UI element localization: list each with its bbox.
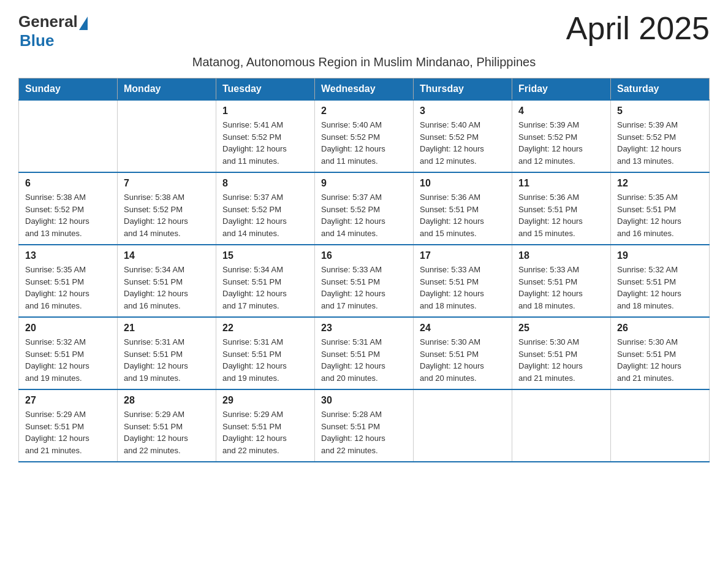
- day-number: 12: [617, 178, 703, 189]
- day-detail: Sunrise: 5:30 AM Sunset: 5:51 PM Dayligh…: [518, 336, 604, 384]
- day-detail: Sunrise: 5:34 AM Sunset: 5:51 PM Dayligh…: [222, 264, 308, 312]
- table-row: 27Sunrise: 5:29 AM Sunset: 5:51 PM Dayli…: [19, 389, 118, 462]
- table-row: 2Sunrise: 5:40 AM Sunset: 5:52 PM Daylig…: [315, 100, 414, 172]
- day-number: 6: [25, 178, 111, 189]
- day-number: 19: [617, 250, 703, 261]
- calendar-week-row: 6Sunrise: 5:38 AM Sunset: 5:52 PM Daylig…: [19, 172, 710, 245]
- table-row: 29Sunrise: 5:29 AM Sunset: 5:51 PM Dayli…: [216, 389, 315, 462]
- day-detail: Sunrise: 5:36 AM Sunset: 5:51 PM Dayligh…: [518, 191, 604, 239]
- table-row: 21Sunrise: 5:31 AM Sunset: 5:51 PM Dayli…: [118, 317, 216, 389]
- col-sunday: Sunday: [19, 79, 118, 101]
- table-row: 14Sunrise: 5:34 AM Sunset: 5:51 PM Dayli…: [118, 245, 216, 317]
- table-row: 13Sunrise: 5:35 AM Sunset: 5:51 PM Dayli…: [19, 245, 118, 317]
- calendar-week-row: 27Sunrise: 5:29 AM Sunset: 5:51 PM Dayli…: [19, 389, 710, 462]
- day-detail: Sunrise: 5:40 AM Sunset: 5:52 PM Dayligh…: [420, 119, 506, 167]
- day-number: 15: [222, 250, 308, 261]
- calendar-week-row: 13Sunrise: 5:35 AM Sunset: 5:51 PM Dayli…: [19, 245, 710, 317]
- table-row: 25Sunrise: 5:30 AM Sunset: 5:51 PM Dayli…: [512, 317, 611, 389]
- day-number: 20: [25, 323, 111, 334]
- calendar-subtitle: Matanog, Autonomous Region in Muslim Min…: [18, 55, 710, 69]
- day-number: 13: [25, 250, 111, 261]
- table-row: 15Sunrise: 5:34 AM Sunset: 5:51 PM Dayli…: [216, 245, 315, 317]
- day-detail: Sunrise: 5:38 AM Sunset: 5:52 PM Dayligh…: [25, 191, 111, 239]
- table-row: 30Sunrise: 5:28 AM Sunset: 5:51 PM Dayli…: [315, 389, 414, 462]
- day-number: 26: [617, 323, 703, 334]
- table-row: 19Sunrise: 5:32 AM Sunset: 5:51 PM Dayli…: [611, 245, 710, 317]
- day-detail: Sunrise: 5:40 AM Sunset: 5:52 PM Dayligh…: [321, 119, 407, 167]
- day-detail: Sunrise: 5:29 AM Sunset: 5:51 PM Dayligh…: [124, 408, 210, 456]
- day-number: 29: [222, 395, 308, 406]
- day-number: 10: [420, 178, 506, 189]
- day-number: 14: [124, 250, 210, 261]
- table-row: 26Sunrise: 5:30 AM Sunset: 5:51 PM Dayli…: [611, 317, 710, 389]
- day-detail: Sunrise: 5:39 AM Sunset: 5:52 PM Dayligh…: [518, 119, 604, 167]
- table-row: 8Sunrise: 5:37 AM Sunset: 5:52 PM Daylig…: [216, 172, 315, 245]
- day-number: 9: [321, 178, 407, 189]
- day-number: 27: [25, 395, 111, 406]
- table-row: 23Sunrise: 5:31 AM Sunset: 5:51 PM Dayli…: [315, 317, 414, 389]
- day-number: 8: [222, 178, 308, 189]
- day-detail: Sunrise: 5:36 AM Sunset: 5:51 PM Dayligh…: [420, 191, 506, 239]
- table-row: 28Sunrise: 5:29 AM Sunset: 5:51 PM Dayli…: [118, 389, 216, 462]
- calendar-week-row: 20Sunrise: 5:32 AM Sunset: 5:51 PM Dayli…: [19, 317, 710, 389]
- day-detail: Sunrise: 5:31 AM Sunset: 5:51 PM Dayligh…: [222, 336, 308, 384]
- table-row: 16Sunrise: 5:33 AM Sunset: 5:51 PM Dayli…: [315, 245, 414, 317]
- col-monday: Monday: [118, 79, 216, 101]
- day-detail: Sunrise: 5:35 AM Sunset: 5:51 PM Dayligh…: [617, 191, 703, 239]
- calendar-table: Sunday Monday Tuesday Wednesday Thursday…: [18, 78, 710, 462]
- col-wednesday: Wednesday: [315, 79, 414, 101]
- day-number: 4: [518, 105, 604, 117]
- day-detail: Sunrise: 5:29 AM Sunset: 5:51 PM Dayligh…: [25, 408, 111, 456]
- table-row: [19, 100, 118, 172]
- page-header: General Blue April 2025: [18, 12, 710, 50]
- day-number: 18: [518, 250, 604, 261]
- table-row: 24Sunrise: 5:30 AM Sunset: 5:51 PM Dayli…: [414, 317, 512, 389]
- day-detail: Sunrise: 5:34 AM Sunset: 5:51 PM Dayligh…: [124, 264, 210, 312]
- day-number: 5: [617, 105, 703, 117]
- table-row: [611, 389, 710, 462]
- day-detail: Sunrise: 5:31 AM Sunset: 5:51 PM Dayligh…: [124, 336, 210, 384]
- table-row: 3Sunrise: 5:40 AM Sunset: 5:52 PM Daylig…: [414, 100, 512, 172]
- logo-triangle-icon: [79, 17, 88, 30]
- col-thursday: Thursday: [414, 79, 512, 101]
- table-row: 18Sunrise: 5:33 AM Sunset: 5:51 PM Dayli…: [512, 245, 611, 317]
- table-row: [512, 389, 611, 462]
- day-number: 24: [420, 323, 506, 334]
- table-row: 17Sunrise: 5:33 AM Sunset: 5:51 PM Dayli…: [414, 245, 512, 317]
- table-row: 9Sunrise: 5:37 AM Sunset: 5:52 PM Daylig…: [315, 172, 414, 245]
- table-row: [414, 389, 512, 462]
- calendar-header-row: Sunday Monday Tuesday Wednesday Thursday…: [19, 79, 710, 101]
- day-number: 22: [222, 323, 308, 334]
- day-number: 25: [518, 323, 604, 334]
- table-row: 12Sunrise: 5:35 AM Sunset: 5:51 PM Dayli…: [611, 172, 710, 245]
- logo: General Blue: [18, 12, 88, 50]
- table-row: 22Sunrise: 5:31 AM Sunset: 5:51 PM Dayli…: [216, 317, 315, 389]
- table-row: 4Sunrise: 5:39 AM Sunset: 5:52 PM Daylig…: [512, 100, 611, 172]
- day-detail: Sunrise: 5:30 AM Sunset: 5:51 PM Dayligh…: [617, 336, 703, 384]
- day-number: 11: [518, 178, 604, 189]
- day-detail: Sunrise: 5:33 AM Sunset: 5:51 PM Dayligh…: [420, 264, 506, 312]
- day-detail: Sunrise: 5:41 AM Sunset: 5:52 PM Dayligh…: [222, 119, 308, 167]
- day-detail: Sunrise: 5:35 AM Sunset: 5:51 PM Dayligh…: [25, 264, 111, 312]
- day-detail: Sunrise: 5:29 AM Sunset: 5:51 PM Dayligh…: [222, 408, 308, 456]
- day-detail: Sunrise: 5:33 AM Sunset: 5:51 PM Dayligh…: [518, 264, 604, 312]
- table-row: 10Sunrise: 5:36 AM Sunset: 5:51 PM Dayli…: [414, 172, 512, 245]
- table-row: 5Sunrise: 5:39 AM Sunset: 5:52 PM Daylig…: [611, 100, 710, 172]
- table-row: 20Sunrise: 5:32 AM Sunset: 5:51 PM Dayli…: [19, 317, 118, 389]
- day-number: 16: [321, 250, 407, 261]
- month-title: April 2025: [566, 12, 710, 44]
- day-detail: Sunrise: 5:32 AM Sunset: 5:51 PM Dayligh…: [617, 264, 703, 312]
- col-friday: Friday: [512, 79, 611, 101]
- day-number: 21: [124, 323, 210, 334]
- day-number: 2: [321, 105, 407, 117]
- day-detail: Sunrise: 5:30 AM Sunset: 5:51 PM Dayligh…: [420, 336, 506, 384]
- day-detail: Sunrise: 5:37 AM Sunset: 5:52 PM Dayligh…: [222, 191, 308, 239]
- day-detail: Sunrise: 5:38 AM Sunset: 5:52 PM Dayligh…: [124, 191, 210, 239]
- day-number: 17: [420, 250, 506, 261]
- day-detail: Sunrise: 5:32 AM Sunset: 5:51 PM Dayligh…: [25, 336, 111, 384]
- day-detail: Sunrise: 5:28 AM Sunset: 5:51 PM Dayligh…: [321, 408, 407, 456]
- logo-blue: Blue: [20, 31, 54, 50]
- col-tuesday: Tuesday: [216, 79, 315, 101]
- day-detail: Sunrise: 5:31 AM Sunset: 5:51 PM Dayligh…: [321, 336, 407, 384]
- table-row: 7Sunrise: 5:38 AM Sunset: 5:52 PM Daylig…: [118, 172, 216, 245]
